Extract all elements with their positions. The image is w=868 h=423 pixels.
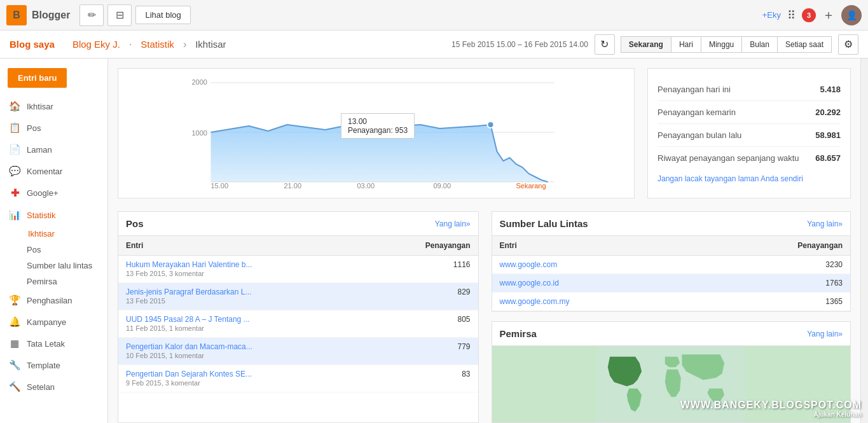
- statistik-icon: 📊: [9, 209, 20, 221]
- grid-icon[interactable]: ⠿: [787, 8, 796, 22]
- sidebar-item-komentar[interactable]: 💬 Komentar: [0, 160, 107, 182]
- stat-label-hari-ini: Penayangan hari ini: [658, 85, 731, 94]
- pos-col-penayangan: Penayangan: [371, 236, 478, 256]
- track-link[interactable]: Jangan lacak tayangan laman Anda sendiri: [658, 174, 841, 183]
- pencil-button[interactable]: ✏: [79, 4, 104, 26]
- period-minggu[interactable]: Minggu: [701, 36, 742, 53]
- topbar-logo: B Blogger: [6, 5, 70, 25]
- pos-views-1: 1116: [371, 256, 478, 283]
- traffic-views-2: 1763: [702, 274, 850, 293]
- pos-table-data: Entri Penayangan Hukum Merayakan Hari Va…: [118, 236, 478, 392]
- traffic-entry-cell: www.google.co.id: [492, 274, 702, 293]
- settings-button[interactable]: ⚙: [838, 34, 858, 55]
- table-row: UUD 1945 Pasal 28 A – J Tentang ... 11 F…: [118, 310, 478, 338]
- pos-entry-link-5[interactable]: Pengertian Dan Sejarah Kontes SE...: [126, 370, 363, 378]
- tables-section: Pos Yang lain» Entri Penayangan Hukum Me…: [118, 211, 851, 423]
- sidebar-item-googleplus[interactable]: ✚ Google+: [0, 182, 107, 204]
- sub-sumber-lalu-lintas[interactable]: Sumber lalu lintas: [0, 258, 107, 274]
- period-setiap-saat[interactable]: Setiap saat: [777, 36, 832, 53]
- stat-row-riwayat: Riwayat penayangan sepanjang waktu 68.65…: [658, 147, 841, 169]
- sub-pemirsa[interactable]: Pemirsa: [0, 274, 107, 289]
- secondbar: Blog saya Blog Eky J. · Statistik › Ikht…: [0, 31, 868, 59]
- pos-table-title: Pos: [126, 218, 144, 229]
- svg-text:1000: 1000: [192, 129, 207, 137]
- blog-name-link[interactable]: Blog saya: [10, 39, 55, 50]
- traffic-views-1: 3230: [702, 256, 850, 274]
- laman-icon: 📄: [9, 144, 20, 155]
- sidebar-item-pos[interactable]: 📋 Pos: [0, 117, 107, 139]
- traffic-views-3: 1365: [702, 293, 850, 311]
- table-row: Pengertian Kalor dan Macam-maca... 10 Fe…: [118, 338, 478, 365]
- sidebar-label-tata-letak: Tata Letak: [27, 339, 65, 349]
- doc-icon: ⊟: [116, 9, 124, 21]
- pos-table-more[interactable]: Yang lain»: [435, 219, 471, 228]
- content-area: 2000 1000: [108, 59, 860, 423]
- table-row: www.google.co.id 1763: [492, 274, 851, 293]
- pos-entry-link-2[interactable]: Jenis-jenis Paragraf Berdasarkan L...: [126, 288, 363, 296]
- stat-label-kemarin: Penayangan kemarin: [658, 107, 736, 117]
- sidebar-label-pos: Pos: [27, 123, 41, 133]
- sidebar-item-laman[interactable]: 📄 Laman: [0, 139, 107, 160]
- pos-entry-meta-1: 13 Feb 2015, 3 komentar: [126, 270, 204, 277]
- pos-entry-link-4[interactable]: Pengertian Kalor dan Macam-maca...: [126, 342, 363, 351]
- ikhtisar-breadcrumb: Ikhtisar: [195, 39, 226, 50]
- pos-entry-link-3[interactable]: UUD 1945 Pasal 28 A – J Tentang ...: [126, 315, 363, 324]
- svg-point-5: [488, 121, 494, 128]
- refresh-button[interactable]: ↻: [595, 34, 615, 55]
- traffic-link-1[interactable]: www.google.com: [500, 260, 694, 269]
- scrollbar[interactable]: [860, 59, 868, 423]
- pos-table-header: Pos Yang lain»: [118, 212, 478, 236]
- traffic-link-3[interactable]: www.google.com.my: [500, 297, 694, 306]
- traffic-link-2[interactable]: www.google.co.id: [500, 279, 694, 288]
- pos-entry-cell: Pengertian Dan Sejarah Kontes SE... 9 Fe…: [118, 365, 371, 392]
- traffic-table: Sumber Lalu Lintas Yang lain» Entri Pena…: [492, 211, 851, 312]
- sub-pos[interactable]: Pos: [0, 242, 107, 258]
- period-bulan[interactable]: Bulan: [741, 36, 778, 53]
- lihat-blog-button[interactable]: Lihat blog: [135, 6, 190, 24]
- pos-entry-meta-3: 11 Feb 2015, 1 komentar: [126, 324, 204, 332]
- sidebar-item-tata-letak[interactable]: ▦ Tata Letak: [0, 333, 107, 354]
- pos-entry-cell: Hukum Merayakan Hari Valentine b... 13 F…: [118, 256, 371, 283]
- sidebar-item-penghasilan[interactable]: 🏆 Penghasilan: [0, 289, 107, 311]
- sub-ikhtisar[interactable]: Ikhtisar: [0, 226, 107, 242]
- pos-views-2: 829: [371, 283, 478, 310]
- blog-title[interactable]: Blog Eky J.: [72, 39, 120, 50]
- sidebar-item-setelan[interactable]: 🔨 Setelan: [0, 376, 107, 398]
- kampanye-icon: 🔔: [9, 316, 20, 328]
- period-hari[interactable]: Hari: [671, 36, 701, 53]
- period-sekarang[interactable]: Sekarang: [621, 36, 672, 53]
- sidebar-item-kampanye[interactable]: 🔔 Kampanye: [0, 311, 107, 333]
- sidebar-item-statistik[interactable]: 📊 Statistik: [0, 204, 107, 226]
- add-button[interactable]: ＋: [822, 6, 835, 24]
- sidebar-label-setelan: Setelan: [27, 382, 55, 392]
- pemirsa-more[interactable]: Yang lain»: [807, 329, 843, 338]
- sidebar-item-ikhtisar[interactable]: 🏠 Ikhtisar: [0, 95, 107, 117]
- pos-entry-cell: Pengertian Kalor dan Macam-maca... 10 Fe…: [118, 338, 371, 365]
- new-post-button[interactable]: Entri baru: [8, 68, 67, 88]
- traffic-table-data: Entri Penayangan www.google.com 3230: [492, 236, 851, 311]
- pos-entry-link-1[interactable]: Hukum Merayakan Hari Valentine b...: [126, 260, 363, 269]
- pos-entry-meta-5: 9 Feb 2015, 3 komentar: [126, 379, 200, 387]
- plus-eky-link[interactable]: +Eky: [762, 10, 781, 20]
- main-layout: Entri baru 🏠 Ikhtisar 📋 Pos 📄 Laman 💬 Ko…: [0, 59, 868, 423]
- avatar[interactable]: 👤: [841, 5, 862, 25]
- statistik-breadcrumb[interactable]: Statistik: [141, 39, 174, 50]
- chart-svg-wrap: 2000 1000: [125, 75, 628, 191]
- pos-entry-cell: UUD 1945 Pasal 28 A – J Tentang ... 11 F…: [118, 310, 371, 338]
- stat-label-bulan-lalu: Penayangan bulan lalu: [658, 130, 741, 140]
- pos-views-5: 83: [371, 365, 478, 392]
- traffic-entry-cell: www.google.com: [492, 256, 702, 274]
- sidebar-item-template[interactable]: 🔧 Template: [0, 354, 107, 376]
- notification-badge[interactable]: 3: [802, 8, 816, 22]
- doc-button[interactable]: ⊟: [107, 4, 132, 26]
- traffic-table-more[interactable]: Yang lain»: [807, 219, 843, 228]
- stat-row-kemarin: Penayangan kemarin 20.292: [658, 101, 841, 124]
- stat-value-hari-ini: 5.418: [820, 85, 841, 94]
- penghasilan-icon: 🏆: [9, 295, 20, 306]
- traffic-col-entri: Entri: [492, 236, 702, 256]
- stat-label-riwayat: Riwayat penayangan sepanjang waktu: [658, 153, 799, 163]
- pos-entry-meta-4: 10 Feb 2015, 1 komentar: [126, 352, 204, 359]
- pos-views-4: 779: [371, 338, 478, 365]
- stat-row-bulan-lalu: Penayangan bulan lalu 58.981: [658, 124, 841, 147]
- pencil-icon: ✏: [88, 9, 96, 21]
